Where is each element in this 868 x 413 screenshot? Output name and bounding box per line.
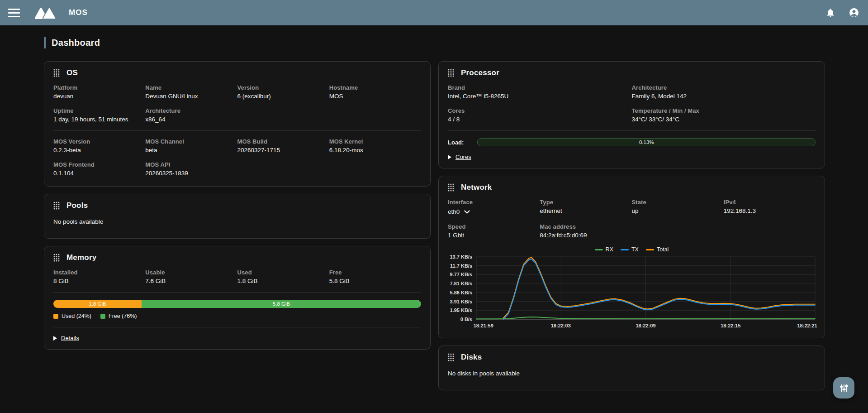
field-value: 6.18.20-mos	[329, 147, 421, 154]
drag-grid-icon[interactable]	[53, 69, 60, 77]
legend-rx: RX	[595, 246, 613, 253]
field-label: Uptime	[53, 107, 145, 114]
field-value: x86_64	[145, 116, 237, 123]
memory-usable-field: Usable 7.6 GiB	[145, 269, 237, 284]
drag-grid-icon[interactable]	[53, 202, 60, 210]
drag-grid-icon[interactable]	[53, 254, 60, 262]
memory-used-segment: 1.8 GiB	[53, 300, 142, 308]
memory-free-bar-label: 5.8 GiB	[273, 301, 290, 307]
field-value: MOS	[329, 93, 421, 100]
field-value: 20260327-1715	[237, 147, 329, 154]
os-hostname-field: Hostname MOS	[329, 84, 421, 100]
cores-toggle-label: Cores	[455, 154, 471, 160]
memory-usage-bar: 1.8 GiB 5.8 GiB	[53, 300, 421, 308]
mos-frontend-field: MOS Frontend 0.1.104	[53, 161, 145, 177]
os-version-field: Version 6 (excalibur)	[237, 84, 329, 100]
field-value: 1 Gbit	[448, 232, 540, 239]
memory-free-segment: 5.8 GiB	[142, 300, 421, 308]
network-speed-field: Speed 1 Gbit	[448, 223, 540, 239]
bell-icon[interactable]	[825, 7, 836, 19]
drag-grid-icon[interactable]	[448, 183, 454, 192]
legend-label: TX	[631, 246, 639, 253]
field-value: 1.8 GiB	[237, 278, 329, 284]
topbar: MOS	[0, 0, 868, 25]
legend-tx: TX	[621, 246, 639, 253]
mos-kernel-field: MOS Kernel 6.18.20-mos	[329, 138, 421, 154]
field-label: MOS API	[145, 161, 237, 168]
disks-card: Disks No disks in pools available	[438, 346, 825, 390]
y-tick-label: 11.7 KB/s	[450, 263, 472, 269]
load-label: Load:	[448, 139, 464, 146]
field-label: Architecture	[145, 107, 237, 114]
field-value: 84:2a:fd:c5:d0:69	[540, 232, 631, 239]
field-label: State	[632, 199, 724, 206]
account-circle-icon[interactable]	[848, 7, 860, 19]
y-tick-label: 0 B/s	[460, 317, 472, 322]
memory-card: Memory Installed 8 GiB Usable 7.6 GiB Us…	[44, 246, 431, 350]
y-tick-label: 1.95 KB/s	[450, 307, 472, 313]
os-platform-field: Platform devuan	[53, 84, 145, 100]
legend-label: Free (76%)	[109, 313, 137, 319]
field-label: Interface	[448, 199, 540, 206]
divider	[53, 130, 421, 131]
details-toggle-label: Details	[61, 335, 79, 341]
cpu-brand-field: Brand Intel, Core™ i5-8265U	[448, 84, 632, 100]
y-tick-label: 5.86 KB/s	[450, 290, 472, 295]
divider	[53, 327, 421, 327]
field-value: 192.168.1.3	[724, 207, 816, 214]
page-title: Dashboard	[52, 38, 100, 48]
field-value: 5.8 GiB	[329, 278, 421, 284]
field-label: Type	[540, 199, 631, 206]
series-total	[503, 258, 815, 318]
memory-card-title: Memory	[66, 253, 96, 262]
field-label: MOS Build	[237, 138, 329, 145]
field-value: 0.2.3-beta	[53, 147, 145, 154]
x-tick-label: 18:22:21	[797, 323, 817, 328]
field-label: Speed	[448, 223, 540, 230]
pools-card: Pools No pools available	[44, 194, 431, 239]
x-tick-label: 18:22:09	[636, 323, 655, 328]
network-mac-field: Mac address 84:2a:fd:c5:d0:69	[540, 223, 631, 239]
field-label: Free	[329, 269, 421, 276]
y-tick-label: 13.7 KB/s	[450, 254, 472, 259]
field-value: 4 / 8	[448, 116, 632, 123]
network-card-title: Network	[461, 183, 492, 192]
memory-installed-field: Installed 8 GiB	[53, 269, 145, 284]
cores-toggle[interactable]: Cores	[448, 154, 816, 160]
field-value: ethernet	[540, 207, 631, 214]
os-card-title: OS	[66, 68, 78, 77]
used-swatch	[53, 314, 58, 319]
network-chart-svg	[476, 256, 816, 320]
legend-label: Total	[657, 246, 669, 253]
field-value: devuan	[53, 93, 145, 100]
cpu-arch-field: Architecture Family 6, Model 142	[632, 84, 816, 100]
y-tick-label: 9.77 KB/s	[450, 272, 472, 277]
interface-select[interactable]: eth0	[448, 208, 470, 215]
field-value: Intel, Core™ i5-8265U	[448, 93, 632, 100]
mos-version-field: MOS Version 0.2.3-beta	[53, 138, 145, 154]
x-tick-label: 18:22:03	[551, 323, 571, 328]
os-uptime-field: Uptime 1 day, 19 hours, 51 minutes	[53, 107, 145, 123]
hamburger-icon[interactable]	[8, 9, 20, 17]
drag-grid-icon[interactable]	[448, 69, 454, 77]
memory-details-toggle[interactable]: Details	[53, 335, 421, 341]
field-value: beta	[145, 147, 237, 154]
dashboard-settings-fab[interactable]	[833, 377, 854, 399]
disks-card-title: Disks	[461, 353, 482, 362]
memory-legend-free: Free (76%)	[100, 313, 137, 319]
field-label: MOS Channel	[145, 138, 237, 145]
disks-empty-text: No disks in pools available	[448, 370, 816, 377]
field-label: MOS Frontend	[53, 161, 145, 168]
field-value: 6 (excalibur)	[237, 93, 329, 100]
title-accent-bar	[44, 37, 46, 48]
network-interface-field: Interface eth0	[448, 199, 540, 216]
memory-free-field: Free 5.8 GiB	[329, 269, 421, 284]
field-label: Cores	[448, 107, 632, 114]
network-state-field: State up	[632, 199, 724, 216]
pools-card-title: Pools	[66, 201, 88, 210]
legend-total: Total	[646, 246, 669, 253]
drag-grid-icon[interactable]	[448, 353, 454, 361]
total-swatch	[646, 249, 654, 250]
divider	[448, 130, 816, 131]
y-tick-label: 7.81 KB/s	[450, 281, 472, 286]
